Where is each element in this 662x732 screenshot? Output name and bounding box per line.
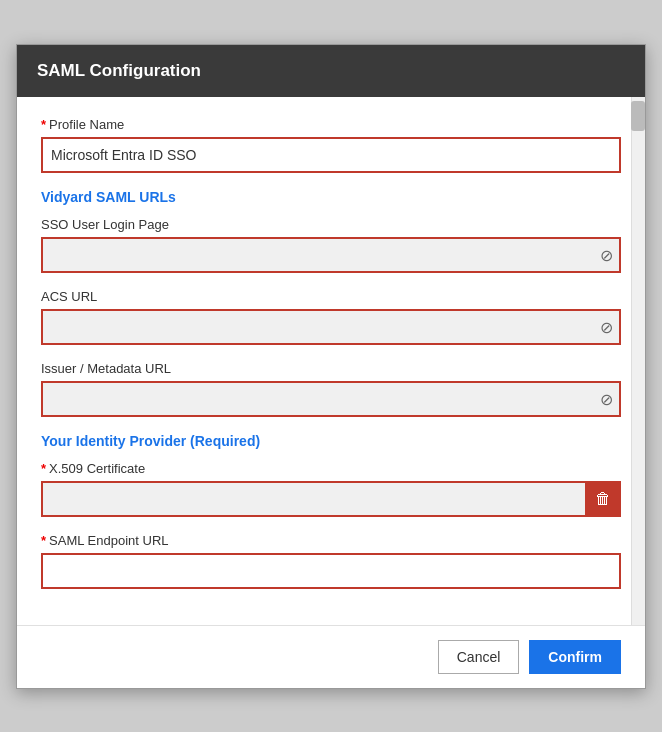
- x509-label: * X.509 Certificate: [41, 461, 621, 476]
- cancel-button[interactable]: Cancel: [438, 640, 520, 674]
- sso-login-input-wrapper: ⊘: [41, 237, 621, 273]
- profile-name-label-text: Profile Name: [49, 117, 124, 132]
- modal-title: SAML Configuration: [37, 61, 201, 80]
- modal-footer: Cancel Confirm: [17, 625, 645, 688]
- saml-endpoint-label: * SAML Endpoint URL: [41, 533, 621, 548]
- issuer-url-copy-icon[interactable]: ⊘: [600, 389, 613, 408]
- x509-label-text: X.509 Certificate: [49, 461, 145, 476]
- x509-group: * X.509 Certificate 🗑: [41, 461, 621, 517]
- saml-configuration-modal: SAML Configuration * Profile Name Vidyar…: [16, 44, 646, 689]
- sso-login-input[interactable]: [41, 237, 621, 273]
- profile-name-group: * Profile Name: [41, 117, 621, 173]
- x509-input-wrapper: 🗑: [41, 481, 621, 517]
- profile-name-label: * Profile Name: [41, 117, 621, 132]
- sso-login-group: SSO User Login Page ⊘: [41, 217, 621, 273]
- issuer-url-label: Issuer / Metadata URL: [41, 361, 621, 376]
- x509-required-star: *: [41, 461, 46, 476]
- scrollbar-track[interactable]: [631, 97, 645, 625]
- issuer-url-input-wrapper: ⊘: [41, 381, 621, 417]
- modal-header: SAML Configuration: [17, 45, 645, 97]
- saml-endpoint-label-text: SAML Endpoint URL: [49, 533, 168, 548]
- scrollbar-thumb[interactable]: [631, 101, 645, 131]
- modal-body: * Profile Name Vidyard SAML URLs SSO Use…: [17, 97, 645, 625]
- issuer-url-input[interactable]: [41, 381, 621, 417]
- profile-name-required-star: *: [41, 117, 46, 132]
- sso-login-copy-icon[interactable]: ⊘: [600, 245, 613, 264]
- issuer-url-group: Issuer / Metadata URL ⊘: [41, 361, 621, 417]
- vidyard-saml-section-title: Vidyard SAML URLs: [41, 189, 621, 205]
- acs-url-label: ACS URL: [41, 289, 621, 304]
- saml-endpoint-required-star: *: [41, 533, 46, 548]
- acs-url-input-wrapper: ⊘: [41, 309, 621, 345]
- acs-url-input[interactable]: [41, 309, 621, 345]
- x509-input[interactable]: [41, 481, 585, 517]
- sso-login-label: SSO User Login Page: [41, 217, 621, 232]
- x509-delete-button[interactable]: 🗑: [585, 481, 621, 517]
- confirm-button[interactable]: Confirm: [529, 640, 621, 674]
- identity-provider-section-title: Your Identity Provider (Required): [41, 433, 621, 449]
- saml-endpoint-input[interactable]: [41, 553, 621, 589]
- saml-endpoint-group: * SAML Endpoint URL: [41, 533, 621, 589]
- acs-url-group: ACS URL ⊘: [41, 289, 621, 345]
- profile-name-input[interactable]: [41, 137, 621, 173]
- acs-url-copy-icon[interactable]: ⊘: [600, 317, 613, 336]
- trash-icon: 🗑: [595, 490, 611, 508]
